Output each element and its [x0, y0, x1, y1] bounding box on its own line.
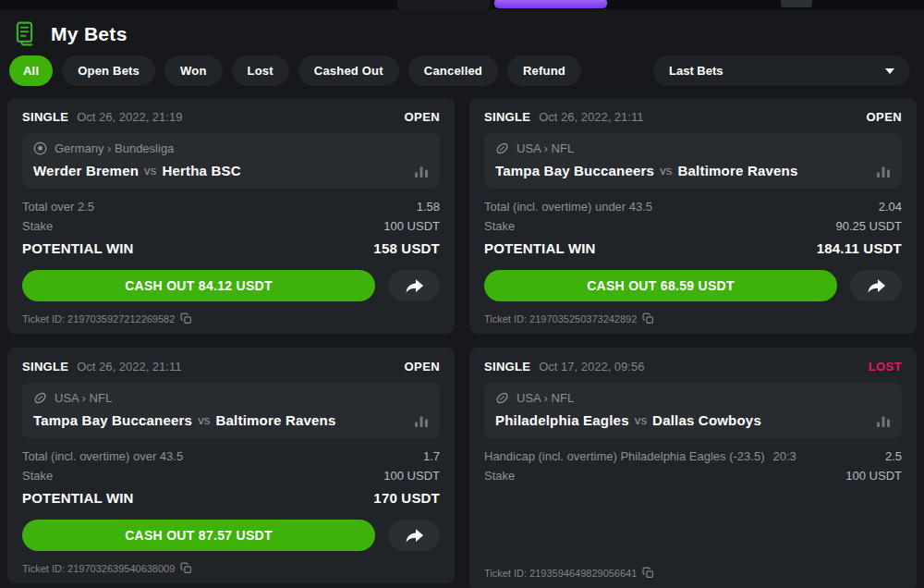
my-bets-icon — [14, 21, 39, 46]
filter-tab-cancelled[interactable]: Cancelled — [408, 55, 498, 86]
market-odds: 1.7 — [423, 449, 440, 463]
home-team: Werder Bremen — [33, 163, 139, 178]
away-team: Baltimore Ravens — [678, 163, 798, 178]
potential-win-value: 184.11 USDT — [817, 240, 902, 256]
card-actions: CASH OUT 68.59 USDT — [484, 270, 902, 301]
filter-tab-lost[interactable]: Lost — [232, 55, 289, 86]
filter-tab-all[interactable]: All — [9, 55, 53, 86]
ticket-row: Ticket ID: 2197032639540638009 — [22, 562, 440, 574]
away-team: Hertha BSC — [162, 163, 240, 178]
stake-value: 100 USDT — [383, 219, 440, 233]
chevron-down-icon — [885, 68, 894, 74]
bet-type-label: SINGLE — [484, 110, 530, 124]
filter-tab-cashed-out[interactable]: Cashed Out — [298, 55, 399, 86]
market-odds: 1.58 — [417, 200, 440, 214]
market-odds: 2.5 — [885, 449, 902, 463]
share-button[interactable] — [388, 270, 440, 301]
away-team: Dallas Cowboys — [652, 412, 761, 428]
home-team: Tampa Bay Buccaneers — [33, 412, 192, 428]
stake-row: Stake 100 USDT — [484, 466, 902, 485]
share-button[interactable] — [388, 520, 440, 551]
vs-label: vs — [198, 413, 210, 427]
status-badge: OPEN — [405, 360, 440, 374]
copy-icon[interactable] — [642, 567, 654, 579]
stake-label: Stake — [22, 469, 53, 483]
stats-icon[interactable] — [414, 414, 429, 427]
market-row: Total over 2.5 1.58 — [22, 197, 440, 216]
share-button[interactable] — [850, 270, 902, 301]
status-badge: OPEN — [867, 110, 902, 124]
match-block: USA › NFL Tampa Bay Buccaneers vs Baltim… — [22, 383, 440, 438]
vs-label: vs — [660, 164, 672, 178]
stake-value: 100 USDT — [383, 469, 440, 483]
stats-icon[interactable] — [876, 414, 891, 427]
market-label: Total (incl. overtime) under 43.5 — [484, 200, 652, 214]
card-actions: CASH OUT 84.12 USDT — [22, 270, 440, 301]
bet-date: Oct 26, 2022, 21:19 — [77, 110, 182, 124]
copy-icon[interactable] — [642, 312, 654, 325]
filter-tab-open-bets[interactable]: Open Bets — [62, 55, 155, 86]
page-header: My Bets — [0, 9, 924, 55]
bet-card: SINGLE Oct 17, 2022, 09:56 LOST USA › NF… — [469, 348, 917, 588]
league-label: USA › NFL — [517, 391, 574, 405]
copy-icon[interactable] — [180, 562, 192, 574]
away-team: Baltimore Ravens — [216, 412, 336, 428]
share-icon — [405, 278, 424, 294]
market-label: Total over 2.5 — [22, 200, 94, 214]
ticket-id: Ticket ID: 2197035927212269582 — [22, 313, 175, 325]
last-bets-dropdown[interactable]: Last Bets — [653, 55, 910, 86]
cash-out-button[interactable]: CASH OUT 84.12 USDT — [22, 270, 375, 301]
top-nav — [0, 0, 924, 9]
ticket-id: Ticket ID: 2197032639540638009 — [22, 563, 175, 574]
bet-type-label: SINGLE — [22, 360, 68, 374]
match-block: USA › NFL Philadelphia Eagles vs Dallas … — [484, 383, 902, 438]
bet-date: Oct 26, 2022, 21:11 — [77, 360, 181, 374]
market-row: Total (incl. overtime) under 43.5 2.04 — [484, 197, 902, 216]
potential-win-row: POTENTIAL WIN 170 USDT — [22, 485, 440, 509]
ticket-row: Ticket ID: 2197035927212269582 — [22, 312, 440, 325]
american-football-icon — [495, 141, 509, 155]
potential-win-label: POTENTIAL WIN — [22, 240, 134, 256]
vs-label: vs — [635, 413, 647, 427]
bet-date: Oct 26, 2022, 21:11 — [539, 110, 643, 124]
nav-tab-ghost — [397, 0, 490, 9]
stake-label: Stake — [484, 219, 515, 233]
potential-win-label: POTENTIAL WIN — [22, 490, 134, 506]
potential-win-row: POTENTIAL WIN 184.11 USDT — [484, 236, 902, 260]
share-icon — [405, 528, 424, 544]
league-row: USA › NFL — [33, 391, 429, 405]
status-badge: LOST — [869, 360, 902, 374]
league-row: USA › NFL — [495, 141, 891, 155]
stake-row: Stake 100 USDT — [22, 216, 440, 236]
market-row: Handicap (incl. overtime) Philadelphia E… — [484, 447, 902, 466]
nav-active-button[interactable] — [494, 0, 607, 8]
status-badge: OPEN — [405, 110, 440, 124]
stake-value: 90.25 USDT — [835, 219, 902, 233]
bet-card-header: SINGLE Oct 26, 2022, 21:11 OPEN — [22, 360, 440, 374]
last-bets-dropdown-value: Last Bets — [669, 64, 723, 78]
cash-out-button[interactable]: CASH OUT 68.59 USDT — [484, 270, 837, 301]
market-label: Handicap (incl. overtime) Philadelphia E… — [484, 449, 764, 463]
stats-icon[interactable] — [876, 165, 891, 178]
bet-type-label: SINGLE — [22, 110, 68, 124]
potential-win-label: POTENTIAL WIN — [484, 240, 596, 256]
ticket-row: Ticket ID: 2193594649829056641 — [484, 567, 902, 579]
stake-row: Stake 100 USDT — [22, 466, 440, 485]
potential-win-value: 158 USDT — [373, 240, 440, 256]
filter-tab-refund[interactable]: Refund — [507, 55, 581, 86]
nav-chip — [781, 0, 812, 7]
league-label: Germany › Bundesliga — [55, 141, 174, 155]
league-label: USA › NFL — [55, 391, 112, 405]
bet-card-header: SINGLE Oct 26, 2022, 21:19 OPEN — [22, 110, 440, 124]
bet-type-label: SINGLE — [484, 360, 530, 374]
card-actions: CASH OUT 87.57 USDT — [22, 520, 440, 551]
copy-icon[interactable] — [180, 312, 192, 325]
filter-tab-won[interactable]: Won — [164, 55, 223, 86]
match-score: 20:3 — [772, 449, 796, 463]
stats-icon[interactable] — [414, 165, 429, 178]
potential-win-value: 170 USDT — [373, 490, 440, 506]
cash-out-button[interactable]: CASH OUT 87.57 USDT — [22, 520, 375, 551]
bet-card: SINGLE Oct 26, 2022, 21:11 OPEN USA › NF… — [469, 98, 917, 334]
stake-label: Stake — [22, 219, 53, 233]
bet-date: Oct 17, 2022, 09:56 — [539, 360, 644, 374]
